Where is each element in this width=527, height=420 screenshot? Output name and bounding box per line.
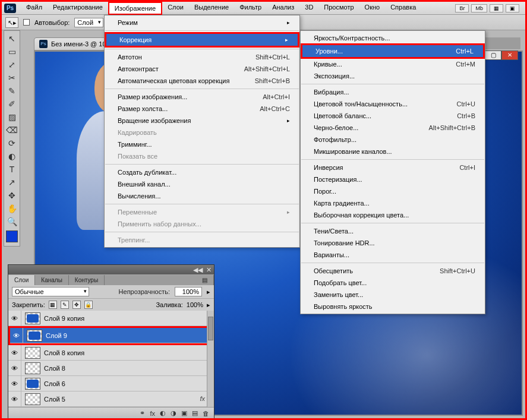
autoselect-checkbox[interactable] <box>23 19 30 26</box>
tool-button[interactable]: ↗ <box>5 176 19 189</box>
menu-item[interactable]: ИнверсияCtrl+I <box>301 162 485 173</box>
menu-item[interactable]: Размер холста...Alt+Ctrl+C <box>105 103 299 115</box>
menu-item[interactable]: Вычисления... <box>105 190 299 202</box>
tool-button[interactable]: ✐ <box>5 97 19 110</box>
menu-item[interactable]: Выборочная коррекция цвета... <box>301 209 485 221</box>
blend-mode-select[interactable]: Обычные <box>12 287 89 296</box>
window-arrange-icon[interactable]: ▦ <box>490 4 503 12</box>
menu-item[interactable]: Вращение изображения <box>105 115 299 127</box>
layer-row[interactable]: 👁Слой 9 копия <box>8 311 214 326</box>
layer-row[interactable]: 👁Слой 8 <box>8 361 214 376</box>
lock-transparency-icon[interactable]: ▦ <box>49 301 57 309</box>
tab-layers[interactable]: Слои <box>8 275 35 285</box>
panel-close-icon[interactable]: ✕ <box>206 266 212 274</box>
menu-item[interactable]: Экспозиция... <box>301 70 485 82</box>
tool-button[interactable]: 🔍 <box>5 215 19 228</box>
menu-item[interactable]: Подобрать цвет... <box>301 277 485 289</box>
tool-button[interactable]: ⟳ <box>5 137 19 150</box>
layers-scrollbar[interactable] <box>207 311 214 407</box>
layer-row[interactable]: 👁Слой 6 <box>8 376 214 391</box>
menu-item[interactable]: АвтоконтрастAlt+Shift+Ctrl+L <box>105 63 299 75</box>
layer-row[interactable]: 👁Слой 5fx ▾ <box>8 391 214 407</box>
tool-button[interactable]: T <box>5 163 19 176</box>
menu-item[interactable]: Цветовой баланс...Ctrl+B <box>301 110 485 122</box>
layer-style-icon[interactable]: fx <box>150 410 155 417</box>
menu-item[interactable]: Кривые...Ctrl+M <box>301 58 485 70</box>
menu-файл[interactable]: Файл <box>21 2 48 15</box>
menu-item[interactable]: Внешний канал... <box>105 178 299 190</box>
autoselect-select[interactable]: Слой <box>74 18 103 27</box>
layer-thumbnail[interactable] <box>25 362 40 374</box>
layer-row[interactable]: 👁Слой 9 <box>10 328 212 343</box>
tool-button[interactable]: ✥ <box>5 189 19 202</box>
panel-menu-icon[interactable]: ▤ <box>196 275 214 285</box>
menu-справка[interactable]: Справка <box>385 2 421 15</box>
layer-row[interactable]: 👁Слой 8 копия <box>8 345 214 361</box>
layer-thumbnail[interactable] <box>27 330 42 342</box>
menu-item[interactable]: Яркость/Контрастность... <box>301 32 485 44</box>
foreground-swatch[interactable] <box>6 230 18 242</box>
tool-button[interactable]: ✎ <box>5 84 19 97</box>
menu-item[interactable]: Фотофильтр... <box>301 134 485 146</box>
menu-item[interactable]: Черно-белое...Alt+Shift+Ctrl+B <box>301 122 485 134</box>
tool-button[interactable]: ⌫ <box>5 124 19 137</box>
visibility-icon[interactable]: 👁 <box>10 328 23 343</box>
adjustment-layer-icon[interactable]: ◑ <box>171 409 176 417</box>
menu-слои[interactable]: Слои <box>162 2 189 15</box>
tool-button[interactable]: ✋ <box>5 202 19 215</box>
menu-item[interactable]: Коррекция <box>106 34 298 46</box>
badge-mb[interactable]: Mb <box>471 4 487 12</box>
new-layer-icon[interactable]: ▤ <box>192 409 198 417</box>
menu-item[interactable]: ОбесцветитьShift+Ctrl+U <box>301 265 485 277</box>
menu-просмотр[interactable]: Просмотр <box>318 2 359 15</box>
opacity-arrow-icon[interactable]: ▸ <box>207 288 210 296</box>
close-button[interactable]: ✕ <box>501 50 518 60</box>
menu-3d[interactable]: 3D <box>299 2 318 15</box>
layer-mask-icon[interactable]: ◐ <box>160 409 166 417</box>
tool-button[interactable]: ⤢ <box>5 58 19 71</box>
move-tool-icon[interactable]: ↖▸ <box>5 17 18 28</box>
opacity-input[interactable]: 100% <box>175 287 202 296</box>
fill-input[interactable]: 100% <box>187 301 203 308</box>
menu-item[interactable]: Тени/Света... <box>301 225 485 237</box>
menu-item[interactable]: Тримминг... <box>105 138 299 150</box>
tab-paths[interactable]: Контуры <box>69 275 105 285</box>
layer-thumbnail[interactable] <box>25 393 40 405</box>
menu-item[interactable]: Размер изображения...Alt+Ctrl+I <box>105 91 299 103</box>
menu-item[interactable]: Выровнять яркость <box>301 301 485 312</box>
menu-анализ[interactable]: Анализ <box>267 2 299 15</box>
visibility-icon[interactable]: 👁 <box>8 311 21 326</box>
fill-arrow-icon[interactable]: ▸ <box>207 301 210 309</box>
menu-редактирование[interactable]: Редактирование <box>48 2 108 15</box>
menu-item[interactable]: Варианты... <box>301 249 485 261</box>
layer-thumbnail[interactable] <box>25 347 40 359</box>
panel-collapse-icon[interactable]: ◀◀ <box>193 266 203 274</box>
layer-thumbnail[interactable] <box>25 378 40 390</box>
tool-button[interactable]: ✂ <box>5 71 19 84</box>
menu-item[interactable]: Автоматическая цветовая коррекцияShift+C… <box>105 75 299 87</box>
menu-item[interactable]: Порог... <box>301 185 485 197</box>
link-layers-icon[interactable]: ⚭ <box>140 409 145 417</box>
menu-item[interactable]: Цветовой тон/Насыщенность...Ctrl+U <box>301 98 485 110</box>
lock-all-icon[interactable]: 🔒 <box>84 301 93 309</box>
menu-item[interactable]: Создать дубликат... <box>105 166 299 178</box>
menu-item[interactable]: АвтотонShift+Ctrl+L <box>105 51 299 63</box>
layer-thumbnail[interactable] <box>25 312 40 324</box>
menu-item[interactable]: Постеризация... <box>301 173 485 185</box>
visibility-icon[interactable]: 👁 <box>8 345 21 360</box>
screen-mode-icon[interactable]: ▣ <box>506 4 519 12</box>
visibility-icon[interactable]: 👁 <box>8 361 21 375</box>
tool-button[interactable]: ▨ <box>5 110 19 124</box>
lock-pixels-icon[interactable]: ✎ <box>61 301 69 309</box>
menu-item[interactable]: Вибрация... <box>301 86 485 98</box>
tool-button[interactable]: ↖ <box>5 32 19 45</box>
menu-item[interactable]: Тонирование HDR... <box>301 237 485 249</box>
lock-position-icon[interactable]: ✥ <box>72 301 81 309</box>
visibility-icon[interactable]: 👁 <box>8 391 21 406</box>
badge-br[interactable]: Br <box>455 4 469 12</box>
menu-фильтр[interactable]: Фильтр <box>234 2 267 15</box>
menu-изображение[interactable]: Изображение <box>108 2 162 15</box>
menu-окно[interactable]: Окно <box>359 2 386 15</box>
group-icon[interactable]: ▣ <box>181 409 187 417</box>
menu-item[interactable]: Режим <box>105 17 299 29</box>
